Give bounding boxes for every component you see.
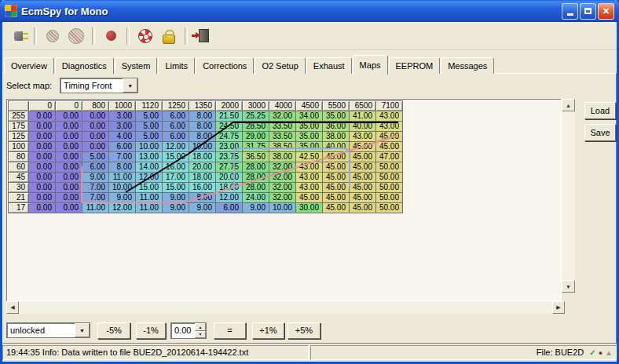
map-cell[interactable]: 6.00	[163, 111, 189, 122]
map-cell[interactable]: 10.00	[269, 203, 296, 213]
map-cell[interactable]: 0.00	[29, 122, 56, 132]
map-cell[interactable]: 6.00	[109, 142, 136, 152]
map-cell[interactable]: 3.00	[109, 122, 136, 132]
map-cell[interactable]: 9.00	[163, 193, 189, 203]
map-cell[interactable]: 24.50	[216, 122, 243, 132]
map-cell[interactable]: 31.75	[243, 142, 269, 152]
tab-diagnostics[interactable]: Diagnostics	[55, 57, 114, 74]
map-cell[interactable]: 6.00	[216, 203, 243, 213]
map-cell[interactable]: 32.00	[269, 193, 296, 203]
chevron-down-icon[interactable]: ▼	[123, 78, 137, 93]
map-cell[interactable]: 8.00	[189, 111, 216, 122]
equals-button[interactable]: =	[214, 322, 246, 339]
map-cell[interactable]: 45.00	[350, 152, 376, 162]
stop-dim-button[interactable]	[65, 25, 87, 47]
map-cell[interactable]: 45.00	[323, 152, 350, 162]
map-cell[interactable]: 38.00	[323, 132, 350, 142]
map-cell[interactable]: 6.00	[82, 162, 109, 173]
map-cell[interactable]: 32.00	[269, 111, 296, 122]
map-cell[interactable]: 12.00	[216, 193, 243, 203]
map-cell[interactable]: 8.00	[109, 162, 136, 173]
tab-limits[interactable]: Limits	[158, 57, 195, 74]
map-cell[interactable]: 7.00	[82, 193, 109, 203]
exit-button[interactable]	[192, 25, 214, 47]
map-cell[interactable]: 0.00	[82, 122, 109, 132]
map-cell[interactable]: 43.00	[296, 162, 323, 173]
map-cell[interactable]: 50.00	[376, 193, 403, 203]
map-cell[interactable]: 15.00	[136, 183, 163, 193]
tab-system[interactable]: System	[115, 57, 158, 74]
map-cell[interactable]: 45.00	[350, 162, 376, 173]
map-cell[interactable]: 0.00	[56, 152, 82, 162]
map-cell[interactable]: 38.00	[269, 152, 296, 162]
map-cell[interactable]: 45.00	[323, 162, 350, 173]
map-cell[interactable]: 32.00	[269, 162, 296, 173]
map-cell[interactable]: 45.00	[323, 173, 350, 183]
map-cell[interactable]: 28.00	[243, 183, 269, 193]
lock-state-combo[interactable]: unlocked ▼	[6, 322, 90, 338]
map-cell[interactable]: 0.00	[29, 183, 56, 193]
scroll-up-icon[interactable]: ▲	[562, 99, 575, 111]
map-cell[interactable]: 43.00	[296, 173, 323, 183]
map-cell[interactable]: 9.00	[163, 203, 189, 213]
map-cell[interactable]: 30.00	[296, 203, 323, 213]
tab-exhaust[interactable]: Exhaust	[306, 57, 352, 74]
map-cell[interactable]: 35.00	[296, 142, 323, 152]
map-cell[interactable]: 41.00	[350, 111, 376, 122]
map-cell[interactable]: 0.00	[29, 162, 56, 173]
map-cell[interactable]: 32.00	[269, 173, 296, 183]
maximize-button[interactable]	[580, 3, 596, 20]
help-buoy-button[interactable]	[134, 25, 156, 47]
tab-overview[interactable]: Overview	[4, 57, 54, 74]
map-cell[interactable]: 0.00	[29, 111, 56, 122]
map-cell[interactable]: 9.00	[109, 193, 136, 203]
map-cell[interactable]: 15.00	[163, 152, 189, 162]
map-select-combo[interactable]: Timing Front ▼	[60, 78, 138, 93]
map-cell[interactable]: 50.00	[376, 162, 403, 173]
map-cell[interactable]: 18.00	[189, 152, 216, 162]
map-cell[interactable]: 7.00	[109, 152, 136, 162]
map-cell[interactable]: 11.00	[109, 173, 136, 183]
record-button[interactable]	[100, 25, 122, 47]
map-cell[interactable]: 35.00	[323, 111, 350, 122]
map-cell[interactable]: 43.00	[376, 122, 403, 132]
map-cell[interactable]: 0.00	[56, 122, 82, 132]
map-cell[interactable]: 45.00	[323, 203, 350, 213]
map-cell[interactable]: 23.75	[216, 152, 243, 162]
tab-messages[interactable]: Messages	[441, 57, 494, 74]
map-cell[interactable]: 24.75	[216, 132, 243, 142]
map-cell[interactable]: 20.00	[216, 173, 243, 183]
scroll-right-icon[interactable]: ▶	[552, 301, 565, 314]
map-cell[interactable]: 25.25	[243, 111, 269, 122]
map-cell[interactable]: 11.00	[136, 203, 163, 213]
map-cell[interactable]: 45.00	[376, 142, 403, 152]
tab-maps[interactable]: Maps	[353, 55, 388, 75]
map-cell[interactable]: 43.00	[296, 183, 323, 193]
tab-o2-setup[interactable]: O2 Setup	[255, 57, 305, 74]
map-cell[interactable]: 36.00	[323, 122, 350, 132]
map-cell[interactable]: 12.00	[163, 142, 189, 152]
map-cell[interactable]: 0.00	[56, 142, 82, 152]
map-cell[interactable]: 5.00	[136, 122, 163, 132]
connect-plug-button[interactable]	[7, 25, 29, 47]
map-cell[interactable]: 9.00	[82, 173, 109, 183]
map-cell[interactable]: 0.00	[29, 173, 56, 183]
map-cell[interactable]: 36.50	[243, 152, 269, 162]
map-cell[interactable]: 50.00	[376, 203, 403, 213]
map-cell[interactable]: 16.00	[189, 183, 216, 193]
map-cell[interactable]: 10.00	[136, 142, 163, 152]
map-cell[interactable]: 45.00	[350, 173, 376, 183]
map-cell[interactable]: 9.00	[243, 203, 269, 213]
map-cell[interactable]: 3.00	[109, 111, 136, 122]
tab-corrections[interactable]: Corrections	[196, 57, 254, 74]
plus-5pct-button[interactable]: +5%	[288, 322, 320, 339]
map-cell[interactable]: 33.50	[269, 132, 296, 142]
map-cell[interactable]: 10.00	[189, 142, 216, 152]
map-cell[interactable]: 12.00	[109, 203, 136, 213]
map-cell[interactable]: 11.00	[136, 193, 163, 203]
map-cell[interactable]: 40.00	[323, 142, 350, 152]
map-cell[interactable]: 21.50	[216, 111, 243, 122]
plus-1pct-button[interactable]: +1%	[252, 322, 284, 339]
map-cell[interactable]: 45.00	[323, 183, 350, 193]
map-cell[interactable]: 43.00	[350, 132, 376, 142]
